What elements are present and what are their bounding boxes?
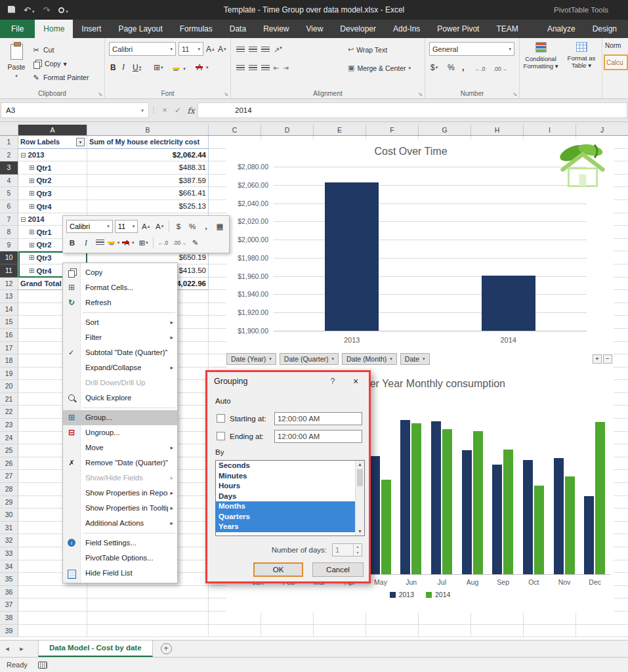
tab-power-pivot[interactable]: Power Pivot xyxy=(429,20,488,38)
bar-2014-sep[interactable] xyxy=(503,450,513,574)
scroll-down-icon[interactable]: ▼ xyxy=(356,528,364,536)
scroll-up-icon[interactable]: ▲ xyxy=(356,461,364,469)
tab-design[interactable]: Design xyxy=(584,20,625,38)
cell-style-normal[interactable]: Norm xyxy=(604,41,628,51)
row-header-14[interactable]: 14 xyxy=(0,303,18,316)
save-icon[interactable] xyxy=(8,5,15,15)
by-option-years[interactable]: Years xyxy=(216,522,355,532)
cancel-formula-icon[interactable]: × xyxy=(158,106,171,115)
chart-collapse-button[interactable]: − xyxy=(603,354,612,364)
cell[interactable] xyxy=(261,612,314,625)
row-header-32[interactable]: 32 xyxy=(0,534,18,547)
menu-item-show-hide-fields[interactable]: Show/Hide Fields▸ xyxy=(63,471,177,486)
redo-icon[interactable]: ↷ xyxy=(43,5,50,15)
by-option-seconds[interactable]: Seconds xyxy=(216,461,355,471)
row-header-4[interactable]: 4 xyxy=(0,175,18,188)
pivot-row-label[interactable]: ⊞Qtr2 xyxy=(18,175,87,188)
pivot-value[interactable]: $488.31 xyxy=(87,161,209,175)
name-box-caret-icon[interactable]: ▾ xyxy=(141,108,144,114)
pivot-row-label[interactable]: ⊞Qtr4 xyxy=(18,200,87,213)
new-sheet-button[interactable]: + xyxy=(161,643,172,654)
expand-icon[interactable]: ⊞ xyxy=(29,242,34,249)
row-header-17[interactable]: 17 xyxy=(0,342,18,355)
tab-developer[interactable]: Developer xyxy=(331,20,385,38)
align-left-icon[interactable] xyxy=(236,65,245,72)
menu-item-quick-explore[interactable]: Quick Explore xyxy=(63,390,177,406)
column-header-H[interactable]: H xyxy=(471,125,524,135)
bar-2013-aug[interactable] xyxy=(462,450,472,574)
mini-comma-button[interactable]: , xyxy=(200,220,212,233)
select-all-corner[interactable] xyxy=(0,125,18,135)
mini-merge-icon[interactable]: ▦ xyxy=(214,220,226,233)
mini-bold-button[interactable]: B xyxy=(66,236,78,249)
pivot-value-header[interactable]: Sum of My house electricity cost xyxy=(87,136,209,149)
mini-align-center-icon[interactable] xyxy=(94,236,106,249)
sheet-nav-right-icon[interactable]: ▸ xyxy=(14,644,29,653)
bar-2014-aug[interactable] xyxy=(473,431,483,574)
row-header-35[interactable]: 35 xyxy=(0,573,18,586)
row-header-6[interactable]: 6 xyxy=(0,200,18,213)
cut-button[interactable]: ✂Cut xyxy=(31,43,54,56)
by-option-quarters[interactable]: Quarters xyxy=(216,512,355,522)
bar-2014-may[interactable] xyxy=(381,480,391,574)
expand-icon[interactable]: ⊞ xyxy=(29,165,34,171)
paste-button[interactable]: Paste ▾ xyxy=(3,41,30,84)
conditional-formatting-button[interactable]: ConditionalFormatting ▾ xyxy=(521,42,560,70)
pivot-row-label[interactable]: ⊞Qtr3 xyxy=(18,187,87,200)
cell[interactable] xyxy=(524,612,576,625)
bar-2014-nov[interactable] xyxy=(565,476,575,574)
increase-indent-icon[interactable]: ⇥ xyxy=(283,64,288,72)
shrink-font-button[interactable]: A▾ xyxy=(218,42,226,56)
menu-item-move[interactable]: Move▸ xyxy=(63,440,177,455)
chart-cost-over-time[interactable]: Cost Over Time$2,080.00$2,060.00$2,040.0… xyxy=(226,140,595,350)
cell[interactable] xyxy=(471,612,524,625)
ending-at-input[interactable]: 12:00:00 AM xyxy=(274,430,362,443)
bar-2013-dec[interactable] xyxy=(584,496,594,574)
accounting-format-button[interactable]: $▾ xyxy=(430,60,438,74)
copy-button[interactable]: Copy ▾ xyxy=(31,57,67,70)
expand-icon[interactable]: ⊞ xyxy=(29,178,34,184)
column-header-G[interactable]: G xyxy=(419,125,471,135)
font-color-button[interactable]: A▾ xyxy=(197,60,209,74)
sheet-nav-left-icon[interactable]: ◂ xyxy=(0,644,14,653)
menu-item-remove-date-quarter[interactable]: ✗Remove "Date (Quarter)" xyxy=(63,455,177,471)
cell[interactable] xyxy=(366,612,419,625)
cell[interactable] xyxy=(87,586,209,599)
decrease-decimal-button[interactable]: .00→ xyxy=(493,62,507,75)
cell[interactable] xyxy=(419,625,471,638)
row-header-38[interactable]: 38 xyxy=(0,612,18,625)
cell[interactable] xyxy=(18,625,87,638)
cell[interactable] xyxy=(471,625,524,638)
cancel-button[interactable]: Cancel xyxy=(312,562,364,577)
tab-team[interactable]: TEAM xyxy=(488,20,526,38)
row-header-9[interactable]: 9 xyxy=(0,239,18,252)
row-header-27[interactable]: 27 xyxy=(0,470,18,483)
number-of-days-spinner[interactable]: 1 ▴▾ xyxy=(332,543,362,556)
row-header-29[interactable]: 29 xyxy=(0,496,18,509)
row-header-36[interactable]: 36 xyxy=(0,586,18,599)
menu-item-drill-down-drill-up[interactable]: Drill Down/Drill Up xyxy=(63,375,177,390)
bar-2014[interactable] xyxy=(482,276,535,331)
tab-review[interactable]: Review xyxy=(255,20,297,38)
pivot-value[interactable]: $2,062.44 xyxy=(87,149,209,162)
mini-fill-color-button[interactable]: ▰▾ xyxy=(108,236,121,249)
pivot-row-label[interactable]: ⊞Qtr1 xyxy=(18,161,87,175)
touch-mode-icon[interactable]: ▾ xyxy=(58,5,68,15)
menu-item-group[interactable]: ⊞Group... xyxy=(63,410,177,425)
bar-2013-nov[interactable] xyxy=(554,458,564,574)
menu-item-field-settings[interactable]: Field Settings... xyxy=(63,536,177,551)
pivot-row-labels-header[interactable]: Row Labels▾ xyxy=(18,136,87,149)
chart-expand-button[interactable]: + xyxy=(593,354,602,364)
row-header-7[interactable]: 7 xyxy=(0,213,18,226)
grow-font-button[interactable]: A▴ xyxy=(206,42,215,56)
cell[interactable] xyxy=(18,598,87,612)
row-header-21[interactable]: 21 xyxy=(0,393,18,406)
mini-grow-font-button[interactable]: A▴ xyxy=(140,220,152,233)
close-icon[interactable]: × xyxy=(348,372,364,390)
menu-item-hide-field-list[interactable]: Hide Field List xyxy=(63,566,177,581)
mini-increase-decimal-button[interactable]: ←.0 xyxy=(157,236,170,249)
pivot-row-label[interactable]: ⊟2013 xyxy=(18,149,87,162)
align-right-icon[interactable] xyxy=(261,65,270,72)
by-option-hours[interactable]: Hours xyxy=(216,481,355,492)
borders-button[interactable]: ⊞▾ xyxy=(154,60,163,74)
